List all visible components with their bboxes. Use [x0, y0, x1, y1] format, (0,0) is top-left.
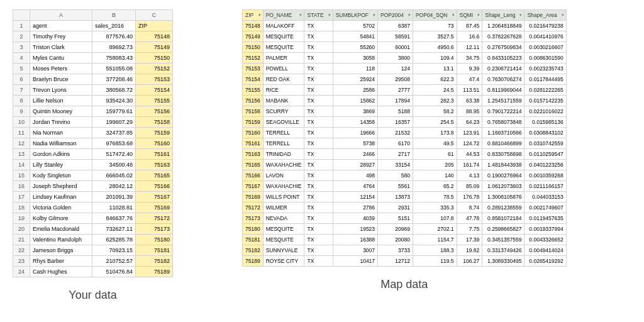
cell-state: TX: [304, 160, 333, 170]
table-row: 21Valentino Randolph625285.7875180: [13, 235, 173, 245]
cell-shape-leng: 1.3008105876: [482, 192, 525, 203]
corner-cell: [13, 10, 30, 21]
cell-sumblkpof: 5738: [333, 138, 377, 149]
cell-sumblkpof: 5702: [333, 21, 377, 31]
cell-sqmi: 4.13: [457, 170, 482, 181]
table-row: 23Rhys Barber210752.5775182: [13, 256, 173, 267]
cell-sumblkpof: 3058: [333, 53, 377, 64]
cell-sqmi: 124.72: [457, 138, 482, 149]
header-shape_area[interactable]: Shape_Area▾: [525, 10, 566, 21]
header-zip[interactable]: ZIP▾: [243, 10, 264, 21]
cell-po-name: SCURRY: [263, 106, 304, 117]
header-pop04_sqn[interactable]: POP04_SQN▾: [413, 10, 457, 21]
cell-pop2004: 124: [378, 64, 413, 74]
cell-pop04-sqn: 65.2: [413, 181, 457, 192]
cell-sales: 34500.48: [92, 160, 136, 170]
cell-zip: 75167: [243, 181, 264, 192]
table-row: 75173NEVADATX40395151107.847.780.8581072…: [243, 213, 567, 224]
table-row: 75181MESQUITETX16388200801154.717.390.34…: [243, 235, 567, 245]
dropdown-arrow-icon: ▾: [477, 11, 480, 19]
cell-pop04-sqn: 73: [413, 21, 457, 31]
cell-shape-area: 0.0281222265: [525, 85, 566, 96]
cell-shape-area: 0.0023235743: [525, 64, 566, 74]
your-data-panel: A B C 1 agent sales_2016 ZIP 2Timothy Fr…: [13, 9, 173, 302]
cell-po-name: NEVADA: [263, 213, 304, 224]
header-po_name[interactable]: PO_NAME▾: [263, 10, 304, 21]
cell-shape-area: 0.0021749607: [525, 203, 566, 213]
cell-sqmi: 16.6: [457, 31, 482, 42]
header-pop2004[interactable]: POP2004▾: [378, 10, 413, 21]
row-number: 3: [13, 42, 30, 53]
cell-pop04-sqn: 622.3: [413, 74, 457, 85]
table-row: 5Moses Peters551055.0875152: [13, 64, 173, 74]
table-row: 18Victoria Golden11028.8175169: [13, 203, 173, 213]
row-number: 22: [13, 245, 30, 256]
table-row: 3Triston Clark89692.7375149: [13, 42, 173, 53]
cell-zip: 75158: [243, 106, 264, 117]
cell-pop2004: 12712: [378, 256, 413, 267]
cell-state: TX: [304, 31, 333, 42]
cell-state: TX: [304, 245, 333, 256]
cell-shape-leng: 0.1900276964: [482, 170, 525, 181]
row-number: 20: [13, 224, 30, 235]
cell-agent: Quintin Mooney: [30, 106, 92, 117]
cell-pop2004: 60001: [378, 42, 413, 53]
cell-sqmi: 7.75: [457, 224, 482, 235]
cell-sales: 976853.68: [92, 138, 136, 149]
header-state[interactable]: STATE▾: [304, 10, 333, 21]
cell-agent: Kolby Gilmore: [30, 213, 92, 224]
cell-pop04-sqn: 13.1: [413, 64, 457, 74]
map-data-table: ZIP▾PO_NAME▾STATE▾SUMBLKPOF▾POP2004▾POP0…: [242, 9, 567, 267]
row-number: 19: [13, 213, 30, 224]
cell-zip: 75159: [243, 117, 264, 128]
table-row: 75172WILMERTX27862931335.38.740.28912385…: [243, 203, 567, 213]
cell-shape-leng: 1.1693710566: [482, 128, 525, 138]
header-shape_leng[interactable]: Shape_Leng▾: [482, 10, 525, 21]
cell-sumblkpof: 3869: [333, 106, 377, 117]
cell-po-name: LAVON: [263, 170, 304, 181]
cell-shape-leng: 0.2598665827: [482, 224, 525, 235]
cell-sumblkpof: 2786: [333, 203, 377, 213]
cell-state: TX: [304, 117, 333, 128]
header-sumblkpof[interactable]: SUMBLKPOF▾: [333, 10, 377, 21]
cell-po-name: WAXAHACHIE: [263, 181, 304, 192]
cell-zip: 75154: [243, 74, 264, 85]
cell-sales: 625285.78: [92, 235, 136, 245]
cell-sqmi: 63.38: [457, 96, 482, 106]
cell-zip: 75148: [136, 31, 173, 42]
cell-zip: 75181: [136, 245, 173, 256]
cell-agent: Timothy Frey: [30, 31, 92, 42]
dropdown-arrow-icon: ▾: [519, 11, 522, 19]
cell-pop2004: 5561: [378, 181, 413, 192]
cell-zip: 75161: [136, 149, 173, 160]
cell-state: TX: [304, 170, 333, 181]
cell-pop04-sqn: 254.5: [413, 117, 457, 128]
header-agent: agent: [30, 21, 92, 31]
cell-zip: 75149: [243, 31, 264, 42]
header-sqmi[interactable]: SQMI▾: [457, 10, 482, 21]
row-number: 21: [13, 235, 30, 245]
cell-pop04-sqn: 4950.6: [413, 42, 457, 53]
cell-shape-area: 0.0401223256: [525, 160, 566, 170]
cell-sumblkpof: 19666: [333, 128, 377, 138]
cell-state: TX: [304, 192, 333, 203]
table-row: 6Braelyn Bruce377208.4675153: [13, 74, 173, 85]
cell-pop04-sqn: 61: [413, 149, 457, 160]
cell-shape-area: 0.015985136: [525, 117, 566, 128]
cell-shape-leng: 0.2891238559: [482, 203, 525, 213]
cell-shape-leng: 0.7658073848: [482, 117, 525, 128]
cell-sumblkpof: 118: [333, 64, 377, 74]
table-row: 22Jameson Briggs70923.1575181: [13, 245, 173, 256]
cell-agent: Lilly Stanley: [30, 160, 92, 170]
cell-agent: Cash Hughes: [30, 267, 92, 277]
table-row: 10Jordan Trevino199607.2975158: [13, 117, 173, 128]
cell-pop2004: 29508: [378, 74, 413, 85]
table-row: 75156MABANKTX1586217894282.363.381.25451…: [243, 96, 567, 106]
table-row: 75152PALMERTX30583800109.434.750.8433105…: [243, 53, 567, 64]
cell-pop2004: 3733: [378, 245, 413, 256]
cell-shape-leng: 0.3782267628: [482, 31, 525, 42]
map-data-caption: Map data: [380, 278, 428, 291]
cell-po-name: RED OAK: [263, 74, 304, 85]
cell-pop2004: 21532: [378, 128, 413, 138]
cell-shape-area: 0.0310742559: [525, 138, 566, 149]
